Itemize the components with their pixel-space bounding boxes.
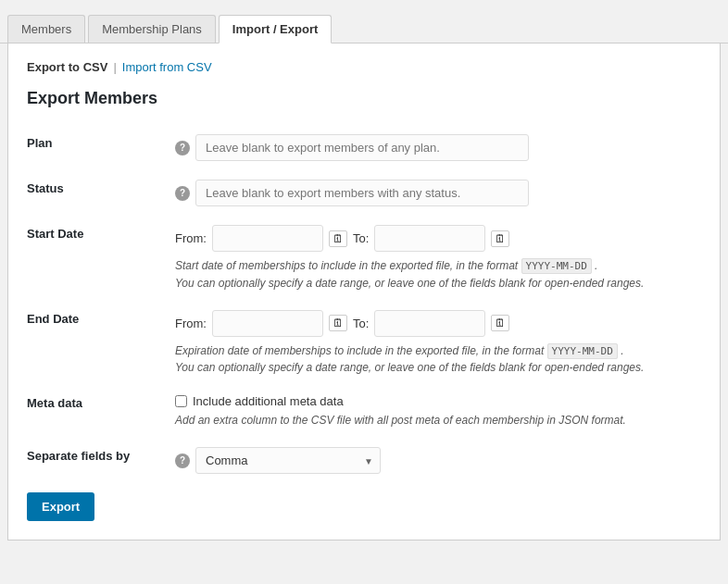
plan-help-icon[interactable]: ? [175, 141, 190, 155]
start-date-from-calendar-icon[interactable]: 🗓 [329, 230, 347, 247]
plan-input[interactable] [195, 134, 529, 161]
end-date-to-label: To: [353, 317, 369, 330]
meta-data-checkbox[interactable] [175, 395, 187, 407]
tab-membership-plans[interactable]: Membership Plans [88, 15, 216, 43]
status-row: Status ? [27, 170, 701, 216]
separate-fields-select[interactable]: Comma Semicolon Tab [195, 447, 381, 474]
start-date-from-input[interactable] [212, 225, 323, 252]
start-date-from-label: From: [175, 231, 207, 245]
meta-data-field: Include additional meta data Add an extr… [175, 385, 701, 438]
tab-bar: Members Membership Plans Import / Export [0, 7, 728, 43]
end-date-desc: Expiration date of memberships to includ… [175, 342, 701, 377]
separate-fields-field: ? Comma Semicolon Tab ▼ [175, 438, 701, 483]
subtab-import[interactable]: Import from CSV [122, 60, 212, 74]
end-date-from-input[interactable] [212, 310, 323, 337]
plan-row: Plan ? [27, 125, 701, 170]
sub-tabs: Export to CSV | Import from CSV [27, 60, 701, 74]
content-area: Export to CSV | Import from CSV Export M… [7, 43, 721, 541]
end-date-field: From: 🗓 To: 🗓 Expiration date of members… [175, 301, 701, 386]
separate-fields-label: Separate fields by [27, 438, 175, 483]
tab-members[interactable]: Members [7, 15, 85, 43]
form-table: Plan ? Status [27, 125, 701, 483]
meta-data-checkbox-label: Include additional meta data [193, 394, 344, 408]
subtab-separator: | [113, 60, 116, 74]
section-title: Export Members [27, 89, 701, 108]
status-field: ? [175, 170, 701, 216]
tab-import-export[interactable]: Import / Export [219, 15, 332, 43]
start-date-row: Start Date From: 🗓 To: 🗓 Start date of m… [27, 216, 701, 301]
start-date-to-input[interactable] [374, 225, 485, 252]
start-date-desc: Start date of memberships to include in … [175, 257, 701, 292]
start-date-field: From: 🗓 To: 🗓 Start date of memberships … [175, 216, 701, 301]
end-date-from-calendar-icon[interactable]: 🗓 [329, 315, 347, 331]
subtab-export[interactable]: Export to CSV [27, 60, 107, 74]
end-date-row: End Date From: 🗓 To: 🗓 Expiration date o… [27, 301, 701, 386]
start-date-label: Start Date [27, 216, 175, 301]
status-label: Status [27, 170, 175, 216]
end-date-to-input[interactable] [374, 310, 485, 337]
start-date-to-calendar-icon[interactable]: 🗓 [491, 230, 509, 247]
separate-fields-help-icon[interactable]: ? [175, 454, 190, 468]
status-input[interactable] [195, 180, 529, 206]
end-date-format: YYYY-MM-DD [547, 343, 618, 359]
end-date-to-calendar-icon[interactable]: 🗓 [491, 315, 509, 331]
start-date-to-label: To: [353, 231, 369, 245]
separate-fields-row: Separate fields by ? Comma Semicolon Tab [27, 438, 701, 483]
status-help-icon[interactable]: ? [175, 186, 190, 201]
export-button[interactable]: Export [27, 492, 94, 521]
separate-fields-select-wrapper: Comma Semicolon Tab ▼ [195, 447, 381, 474]
start-date-format: YYYY-MM-DD [521, 258, 592, 274]
end-date-label: End Date [27, 301, 175, 386]
meta-data-row: Meta data Include additional meta data A… [27, 385, 701, 438]
plan-label: Plan [27, 125, 175, 170]
plan-field: ? [175, 125, 701, 170]
meta-data-label: Meta data [27, 385, 175, 438]
meta-data-desc: Add an extra column to the CSV file with… [175, 412, 701, 429]
end-date-from-label: From: [175, 317, 207, 330]
